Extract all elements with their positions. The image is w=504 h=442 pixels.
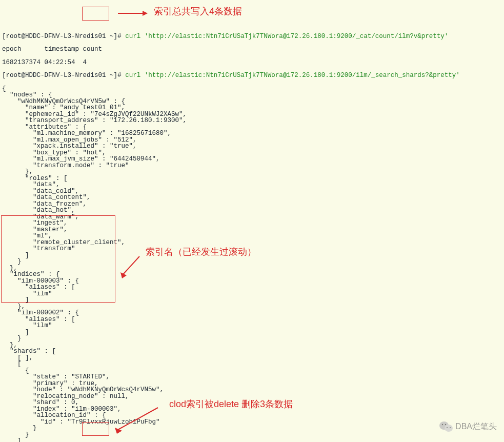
terminal-output: [root@HDDC-DFNV-L3-Nredis01 ~]# curl 'ht… [0,26,504,442]
count-header-1: epoch timestamp count [2,46,502,53]
cmd-line-1[interactable]: [root@HDDC-DFNV-L3-Nredis01 ~]# curl 'ht… [2,33,502,40]
svg-marker-1 [143,11,148,16]
count-row-1: 1682137374 04:22:54 4 [2,59,502,66]
json-response: { "nodes" : { "wNdhMKNyQmOrWcsQ4rVN5w" :… [2,86,502,443]
cmd-line-2[interactable]: [root@HDDC-DFNV-L3-Nredis01 ~]# curl 'ht… [2,72,502,79]
curl-cmd-2: curl 'http://elastic:Ntn71CrUSaTjk7TNWor… [125,72,460,79]
annotation-1: 索引总共写入4条数据 [154,7,242,16]
highlight-box-count-1 [82,7,109,21]
arrow-1-icon [117,8,148,18]
curl-cmd-1: curl 'http://elastic:Ntn71CrUSaTjk7TNWor… [125,33,448,40]
